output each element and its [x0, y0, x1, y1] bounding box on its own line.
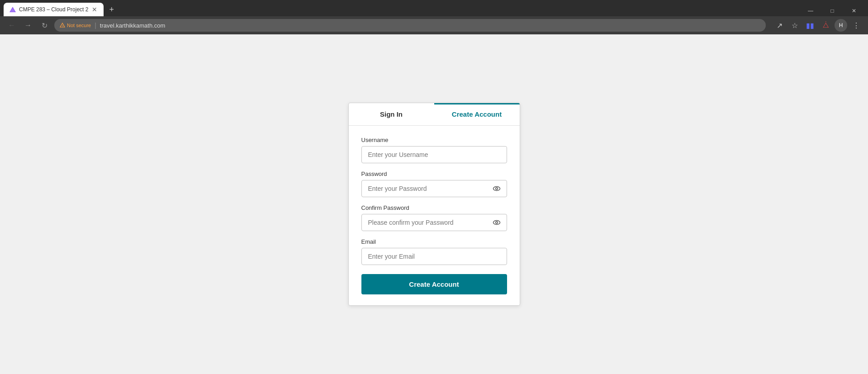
active-tab[interactable]: CMPE 283 – Cloud Project 2 ✕: [4, 3, 104, 16]
signin-tab[interactable]: Sign In: [349, 103, 434, 125]
reload-button[interactable]: ↻: [38, 19, 51, 32]
password-input-wrapper: [361, 180, 507, 197]
close-button[interactable]: ✕: [844, 4, 864, 18]
forward-button[interactable]: →: [22, 19, 34, 32]
eye-icon-confirm: [493, 218, 501, 227]
confirm-password-toggle-button[interactable]: [491, 217, 503, 228]
create-account-tab[interactable]: Create Account: [434, 103, 520, 125]
tab-close-button[interactable]: ✕: [91, 6, 98, 13]
page-content: Sign In Create Account Username Password: [0, 34, 868, 374]
auth-tab-header: Sign In Create Account: [349, 103, 520, 126]
new-tab-button[interactable]: +: [105, 5, 118, 14]
email-group: Email: [361, 238, 507, 265]
confirm-password-group: Confirm Password: [361, 204, 507, 231]
browser-actions: ↗ ☆ ▮▮ ⧊ H ⋮: [773, 19, 863, 32]
confirm-password-label: Confirm Password: [361, 204, 507, 211]
create-account-button[interactable]: Create Account: [361, 274, 507, 294]
svg-point-6: [493, 221, 500, 225]
username-label: Username: [361, 137, 507, 143]
password-toggle-button[interactable]: [491, 183, 503, 194]
password-input[interactable]: [361, 180, 507, 197]
minimize-button[interactable]: —: [800, 4, 821, 18]
password-label: Password: [361, 170, 507, 177]
tab-title: CMPE 283 – Cloud Project 2: [19, 6, 88, 13]
nav-bar: ← → ↻ ! Not secure | travel.karthikkamat…: [0, 16, 868, 34]
colorful-ext-icon[interactable]: ⧊: [819, 19, 832, 32]
tab-favicon-icon: [9, 6, 16, 13]
more-tools-button[interactable]: ⋮: [850, 19, 863, 32]
not-secure-indicator: ! Not secure: [60, 23, 91, 28]
back-button[interactable]: ←: [5, 19, 18, 32]
bookmark-button[interactable]: ☆: [788, 19, 801, 32]
svg-point-7: [495, 222, 498, 224]
eye-icon: [493, 185, 501, 193]
svg-text:!: !: [62, 24, 63, 27]
form-body: Username Password: [349, 126, 520, 305]
email-input[interactable]: [361, 248, 507, 265]
address-bar[interactable]: ! Not secure | travel.karthikkamath.com: [54, 19, 766, 32]
restore-button[interactable]: □: [822, 4, 843, 18]
tab-bar: CMPE 283 – Cloud Project 2 ✕ + — □ ✕: [0, 0, 868, 16]
address-divider: |: [95, 22, 96, 29]
window-controls: — □ ✕: [800, 4, 864, 18]
svg-point-5: [495, 188, 498, 190]
share-button[interactable]: ↗: [773, 19, 786, 32]
account-icon[interactable]: H: [835, 19, 847, 32]
email-input-wrapper: [361, 248, 507, 265]
email-label: Email: [361, 238, 507, 245]
confirm-input-wrapper: [361, 214, 507, 231]
svg-point-4: [493, 187, 500, 191]
extensions-button[interactable]: ▮▮: [804, 19, 816, 32]
username-group: Username: [361, 137, 507, 163]
confirm-password-input[interactable]: [361, 214, 507, 231]
browser-chrome: CMPE 283 – Cloud Project 2 ✕ + — □ ✕ ← →…: [0, 0, 868, 34]
username-input[interactable]: [361, 146, 507, 163]
password-group: Password: [361, 170, 507, 197]
username-input-wrapper: [361, 146, 507, 163]
auth-card: Sign In Create Account Username Password: [348, 103, 520, 306]
url-display: travel.karthikkamath.com: [100, 22, 166, 29]
warning-icon: !: [60, 23, 65, 28]
